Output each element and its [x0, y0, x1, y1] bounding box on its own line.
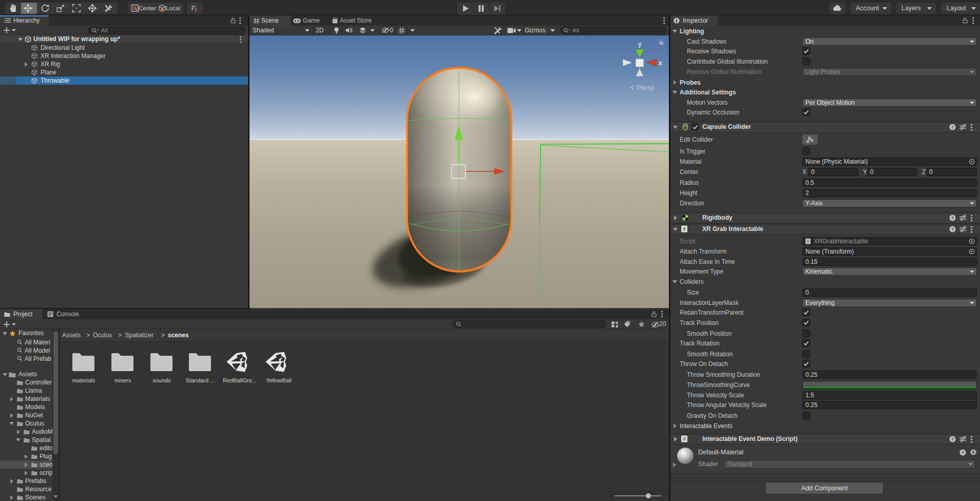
svg-text:y: y: [638, 41, 642, 48]
svg-text:?: ?: [951, 125, 954, 130]
svg-text:?: ?: [951, 437, 954, 442]
svg-text:x: x: [659, 60, 662, 67]
svg-text:?: ?: [951, 227, 954, 232]
svg-text:?: ?: [951, 216, 954, 221]
svg-text:#: #: [683, 226, 686, 232]
svg-text:≺ Persp: ≺ Persp: [629, 84, 655, 91]
svg-text:?: ?: [962, 450, 965, 455]
svg-text:#: #: [683, 436, 686, 442]
svg-text:#: #: [807, 239, 810, 244]
